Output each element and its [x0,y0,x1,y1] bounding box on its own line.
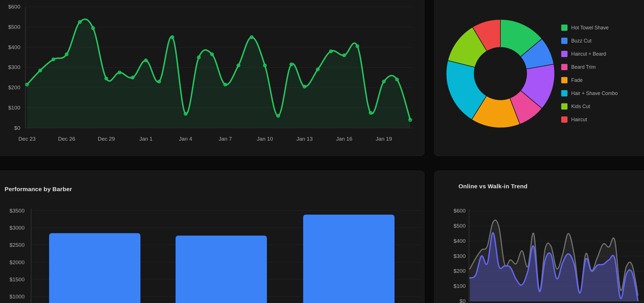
y-tick-label: $300 [454,253,466,259]
x-tick-label: Jan 13 [296,136,313,142]
y-tick-label: $0 [14,125,20,131]
legend-label: Fade [571,77,583,83]
y-tick-label: $1500 [9,276,25,282]
x-tick-label: Jan 10 [257,136,273,142]
legend-item[interactable]: Fade [561,74,618,87]
legend-item[interactable]: Hair + Shave Combo [561,87,618,100]
x-tick-label: Jan 19 [376,136,392,142]
legend-label: Haircut [571,117,587,123]
revenue-area [27,19,410,128]
y-tick-label: $200 [454,268,466,274]
y-tick-label: $2000 [9,259,25,265]
bar[interactable] [49,233,140,303]
axis-labels: $600$500$400$300$200$100$0 [454,208,466,303]
performance-by-barber-chart[interactable]: $3500$3000$2500$2000$1500$1000 [0,171,424,303]
y-tick-label: $400 [8,44,20,50]
x-tick-label: Jan 16 [336,136,352,142]
y-tick-label: $200 [8,84,20,90]
legend-swatch [561,77,567,83]
y-tick-label: $500 [454,223,466,229]
legend-swatch [561,90,567,96]
x-tick-label: Dec 23 [18,136,35,142]
legend-item[interactable]: Hot Towel Shave [561,21,618,34]
legend-swatch [561,25,567,31]
x-tick-label: Jan 1 [139,136,152,142]
y-tick-label: $100 [454,283,466,289]
legend-label: Buzz Cut [571,38,591,44]
legend-item[interactable]: Buzz Cut [561,34,618,47]
donut-slices[interactable] [446,19,555,128]
y-tick-label: $400 [454,238,466,244]
y-tick-label: $3500 [9,208,25,214]
legend-swatch [561,64,567,70]
legend-item[interactable]: Haircut + Beard [561,47,618,60]
x-tick-label: Dec 29 [98,136,115,142]
y-tick-label: $1000 [9,294,25,300]
legend-label: Kids Cut [571,104,590,110]
legend-swatch [561,51,567,57]
legend-label: Hot Towel Shave [571,25,609,31]
axis-labels: $3500$3000$2500$2000$1500$1000 [9,208,25,300]
online-vs-walkin-card: Online vs Walk-in Trend $600$500$400$300… [434,171,644,303]
legend-swatch [561,103,567,110]
daily-revenue-chart[interactable]: $600$500$400$300$200$100$0Dec 23Dec 26De… [0,0,424,156]
service-mix-card: Hot Towel ShaveBuzz CutHaircut + BeardBe… [434,0,644,156]
legend-item[interactable]: Kids Cut [561,100,618,113]
x-tick-label: Jan 7 [219,136,232,142]
y-tick-label: $600 [454,208,466,214]
y-tick-label: $0 [460,298,466,303]
bar[interactable] [303,215,395,303]
y-tick-label: $2500 [9,242,25,248]
donut-legend: Hot Towel ShaveBuzz CutHaircut + BeardBe… [561,21,618,126]
legend-label: Hair + Shave Combo [571,90,618,96]
y-tick-label: $300 [8,64,20,70]
performance-by-barber-card: Performance by Barber $3500$3000$2500$20… [0,171,424,303]
legend-swatch [561,38,567,44]
legend-label: Haircut + Beard [571,51,606,57]
y-tick-label: $100 [8,105,20,111]
legend-item[interactable]: Haircut [561,113,618,126]
legend-item[interactable]: Beard Trim [561,60,618,74]
online-vs-walkin-chart[interactable]: $600$500$400$300$200$100$0 [434,171,644,303]
bar[interactable] [176,236,267,303]
y-tick-label: $3000 [9,225,25,231]
y-tick-label: $600 [8,4,20,10]
daily-revenue-card: $600$500$400$300$200$100$0Dec 23Dec 26De… [0,0,424,156]
legend-label: Beard Trim [571,64,596,70]
legend-swatch [561,116,567,123]
y-tick-label: $500 [8,24,20,30]
x-tick-label: Jan 4 [179,136,192,142]
x-tick-label: Dec 26 [58,136,75,142]
